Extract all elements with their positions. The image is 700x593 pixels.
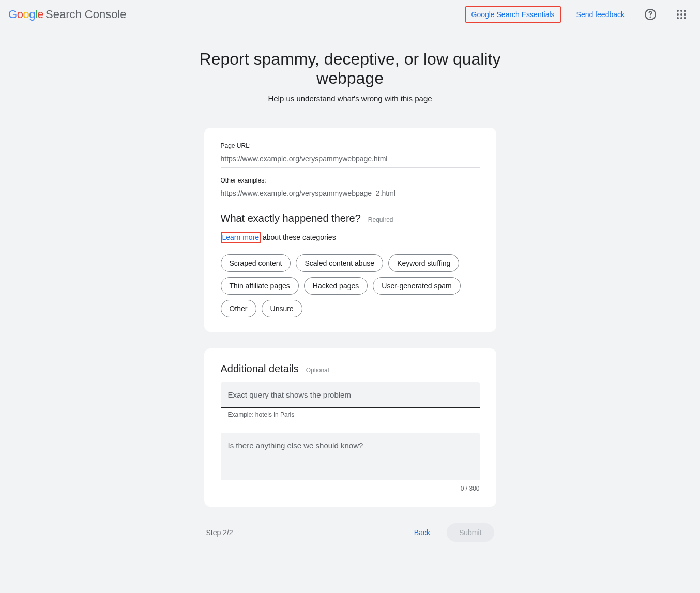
footer-row: Step 2/2 Back Submit — [204, 523, 496, 542]
page-url-value: https://www.example.org/veryspammywebpag… — [221, 151, 480, 168]
other-examples-label: Other examples: — [221, 177, 480, 184]
chip-user-generated-spam[interactable]: User-generated spam — [373, 277, 460, 295]
svg-point-2 — [677, 10, 679, 12]
char-count: 0 / 300 — [221, 485, 480, 492]
step-indicator: Step 2/2 — [206, 528, 233, 537]
report-card: Page URL: https://www.example.org/verysp… — [204, 128, 496, 332]
what-happened-header: What exactly happened there? Required — [221, 212, 480, 224]
svg-point-1 — [650, 17, 651, 18]
exact-query-input[interactable] — [221, 382, 480, 408]
details-title: Additional details — [221, 363, 299, 375]
details-header: Additional details Optional — [221, 363, 480, 375]
learn-more-row: Learn more about these categories — [221, 232, 480, 243]
chip-other[interactable]: Other — [221, 300, 256, 317]
product-name: Search Console — [45, 8, 127, 21]
chip-hacked-pages[interactable]: Hacked pages — [304, 277, 368, 295]
svg-point-4 — [684, 10, 686, 12]
help-icon[interactable] — [640, 4, 661, 25]
query-hint: Example: hotels in Paris — [221, 411, 480, 418]
chip-unsure[interactable]: Unsure — [262, 300, 302, 317]
submit-button[interactable]: Submit — [447, 523, 494, 542]
chip-scraped-content[interactable]: Scraped content — [221, 254, 291, 272]
page-subtitle: Help us understand what's wrong with thi… — [179, 94, 521, 103]
apps-grid-icon[interactable] — [671, 4, 692, 25]
main-content: Report spammy, deceptive, or low quality… — [169, 29, 531, 562]
app-header: Google Search Console Google Search Esse… — [0, 0, 700, 29]
svg-point-3 — [680, 10, 682, 12]
other-examples-value: https://www.example.org/veryspammywebpag… — [221, 186, 480, 202]
learn-more-suffix: about these categories — [261, 233, 336, 241]
send-feedback-link[interactable]: Send feedback — [571, 7, 630, 22]
svg-point-7 — [684, 13, 686, 16]
category-chips: Scraped content Scaled content abuse Key… — [221, 254, 480, 317]
header-right: Google Search Essentials Send feedback — [465, 4, 692, 25]
details-card: Additional details Optional Example: hot… — [204, 348, 496, 507]
svg-point-5 — [677, 13, 679, 16]
back-button[interactable]: Back — [408, 524, 436, 541]
google-logo: Google — [8, 8, 43, 21]
page-url-label: Page URL: — [221, 142, 480, 149]
learn-more-link[interactable]: Learn more — [221, 232, 261, 243]
footer-buttons: Back Submit — [408, 523, 494, 542]
svg-point-9 — [680, 17, 682, 19]
what-happened-title: What exactly happened there? — [221, 212, 361, 224]
search-essentials-link[interactable]: Google Search Essentials — [465, 6, 561, 23]
svg-point-6 — [680, 13, 682, 16]
chip-scaled-content-abuse[interactable]: Scaled content abuse — [296, 254, 383, 272]
chip-thin-affiliate[interactable]: Thin affiliate pages — [221, 277, 299, 295]
notes-textarea[interactable] — [221, 433, 480, 480]
required-tag: Required — [368, 216, 393, 223]
page-title: Report spammy, deceptive, or low quality… — [179, 50, 521, 88]
optional-tag: Optional — [306, 367, 329, 374]
svg-point-8 — [677, 17, 679, 19]
logo-group: Google Search Console — [8, 8, 127, 21]
svg-point-10 — [684, 17, 686, 19]
chip-keyword-stuffing[interactable]: Keyword stuffing — [388, 254, 459, 272]
